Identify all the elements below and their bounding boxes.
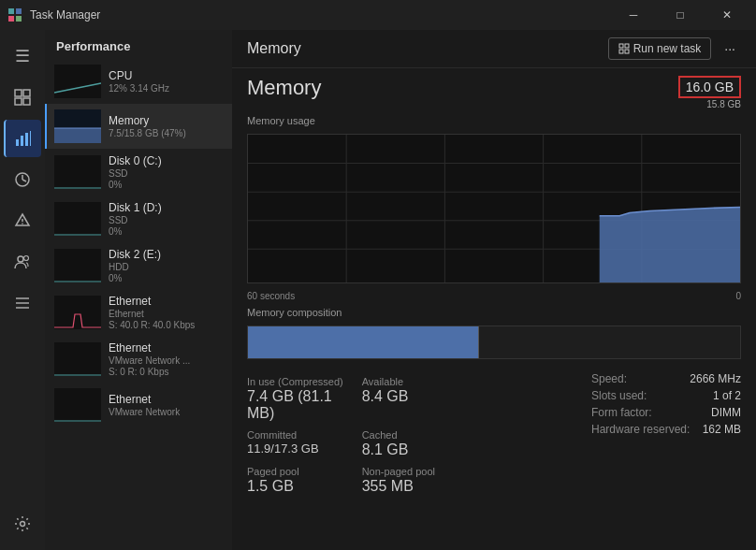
svg-rect-27 <box>619 50 623 53</box>
sidebar-item-settings[interactable] <box>4 505 41 543</box>
composition-label: Memory composition <box>247 307 741 318</box>
sidebar-item-performance[interactable] <box>4 120 41 157</box>
memory-total-area: 16.0 GB 15.8 GB <box>678 76 741 109</box>
run-new-task-label: Run new task <box>633 42 702 55</box>
resource-item-ethernet3[interactable]: Ethernet VMware Network <box>45 383 232 424</box>
disk0-name: Disk 0 (C:) <box>109 154 225 167</box>
slots-label: Slots used: <box>591 389 647 402</box>
hw-reserved-label: Hardware reserved: <box>591 423 690 436</box>
resource-info-cpu: CPU 12% 3.14 GHz <box>109 69 225 94</box>
resource-list: CPU 12% 3.14 GHz Memory 7.5/15.8 GB (47%… <box>45 59 232 550</box>
resource-info-memory: Memory 7.5/15.8 GB (47%) <box>109 114 225 138</box>
hw-reserved-value: 162 MB <box>703 423 741 436</box>
stat-hw-reserved: Hardware reserved: 162 MB <box>591 423 741 436</box>
svg-marker-37 <box>600 207 740 282</box>
chart-right-label: 0 <box>735 291 741 301</box>
titlebar-controls: ─ □ ✕ <box>612 0 749 30</box>
form-factor-value: DIMM <box>711 406 741 419</box>
resource-item-ethernet1[interactable]: Ethernet Ethernet S: 40.0 R: 40.0 Kbps <box>45 289 232 336</box>
resource-item-disk1[interactable]: Disk 1 (D:) SSD 0% <box>45 195 232 242</box>
memory-name: Memory <box>109 114 225 127</box>
ethernet1-sub1: Ethernet <box>109 309 225 319</box>
disk0-sub1: SSD <box>109 168 225 179</box>
sidebar-item-overview[interactable] <box>4 79 41 116</box>
speed-value: 2666 MHz <box>690 372 741 385</box>
left-panel-header: Performance <box>45 30 232 59</box>
svg-rect-10 <box>25 133 28 146</box>
main-header-right: Run new task ··· <box>608 37 741 60</box>
svg-rect-26 <box>625 44 629 48</box>
svg-rect-9 <box>21 136 23 146</box>
svg-rect-3 <box>16 16 22 22</box>
right-stats: Speed: 2666 MHz Slots used: 1 of 2 Form … <box>591 372 741 495</box>
chart-bottom-labels: 60 seconds 0 <box>247 291 741 301</box>
titlebar-title: Task Manager <box>30 8 100 22</box>
resource-item-cpu[interactable]: CPU 12% 3.14 GHz <box>45 59 232 104</box>
composition-bar <box>247 326 741 359</box>
usage-chart-label: Memory usage <box>247 115 741 126</box>
svg-point-18 <box>18 256 23 262</box>
memory-section: Memory 16.0 GB 15.8 GB Memory usage <box>232 68 756 550</box>
comp-available <box>479 326 740 358</box>
stat-cached: Cached 8.1 GB <box>362 429 462 458</box>
disk1-name: Disk 1 (D:) <box>109 201 225 214</box>
form-factor-label: Form factor: <box>591 406 652 419</box>
available-label: Available <box>362 376 462 387</box>
sidebar-item-startup[interactable] <box>4 202 41 239</box>
disk1-sub1: SSD <box>109 215 225 225</box>
resource-item-disk2[interactable]: Disk 2 (E:) HDD 0% <box>45 242 232 289</box>
svg-rect-0 <box>8 8 14 14</box>
paged-pool-value: 1.5 GB <box>247 478 347 495</box>
cached-label: Cached <box>362 429 462 441</box>
maximize-button[interactable]: □ <box>659 0 702 30</box>
resource-info-ethernet3: Ethernet VMware Network <box>109 393 225 417</box>
resource-thumb-ethernet1 <box>54 296 101 329</box>
sidebar-item-menu[interactable]: ☰ <box>4 37 41 75</box>
ethernet2-name: Ethernet <box>109 341 225 355</box>
icon-sidebar: ☰ <box>0 30 45 550</box>
ethernet3-name: Ethernet <box>109 393 225 406</box>
ethernet1-name: Ethernet <box>109 295 225 308</box>
stat-speed: Speed: 2666 MHz <box>591 372 741 385</box>
svg-rect-6 <box>15 98 22 105</box>
run-new-task-button[interactable]: Run new task <box>608 37 712 60</box>
ethernet1-sub2: S: 40.0 R: 40.0 Kbps <box>109 320 225 330</box>
cpu-name: CPU <box>109 69 225 82</box>
svg-rect-4 <box>15 90 22 96</box>
non-paged-label: Non-paged pool <box>362 466 462 477</box>
minimize-button[interactable]: ─ <box>612 0 655 30</box>
svg-rect-25 <box>619 44 623 48</box>
memory-title-row: Memory 16.0 GB 15.8 GB <box>247 76 741 109</box>
sidebar-item-details[interactable] <box>4 284 41 322</box>
stat-slots: Slots used: 1 of 2 <box>591 389 741 402</box>
svg-point-23 <box>21 522 25 527</box>
available-value: 8.4 GB <box>362 388 462 405</box>
close-button[interactable]: ✕ <box>705 0 749 30</box>
resource-thumb-ethernet3 <box>54 388 101 422</box>
sidebar-item-history[interactable] <box>4 161 41 198</box>
main-header-title: Memory <box>247 40 301 57</box>
resource-item-disk0[interactable]: Disk 0 (C:) SSD 0% <box>45 149 232 195</box>
svg-rect-1 <box>16 8 22 14</box>
svg-point-17 <box>22 223 23 224</box>
sidebar-item-users[interactable] <box>4 243 41 281</box>
non-paged-value: 355 MB <box>362 478 462 495</box>
left-panel: Performance CPU 12% 3.14 GHz <box>45 30 232 550</box>
resource-thumb-cpu <box>54 65 101 98</box>
disk2-sub1: HDD <box>109 262 225 272</box>
resource-info-disk2: Disk 2 (E:) HDD 0% <box>109 248 225 283</box>
resource-info-disk0: Disk 0 (C:) SSD 0% <box>109 154 225 190</box>
disk1-sub2: 0% <box>109 226 225 237</box>
memory-total-sub: 15.8 GB <box>678 99 741 109</box>
resource-item-memory[interactable]: Memory 7.5/15.8 GB (47%) <box>45 104 232 149</box>
disk2-sub2: 0% <box>109 273 225 283</box>
titlebar-left: Task Manager <box>7 7 100 22</box>
stat-committed: Committed 11.9/17.3 GB <box>247 429 347 458</box>
in-use-value: 7.4 GB (81.1 MB) <box>247 388 347 422</box>
svg-rect-28 <box>625 50 629 53</box>
resource-item-ethernet2[interactable]: Ethernet VMware Network ... S: 0 R: 0 Kb… <box>45 336 232 383</box>
resource-thumb-ethernet2 <box>54 342 101 376</box>
more-button[interactable]: ··· <box>719 37 741 60</box>
slots-value: 1 of 2 <box>713 389 741 402</box>
app-body: ☰ <box>0 30 756 550</box>
